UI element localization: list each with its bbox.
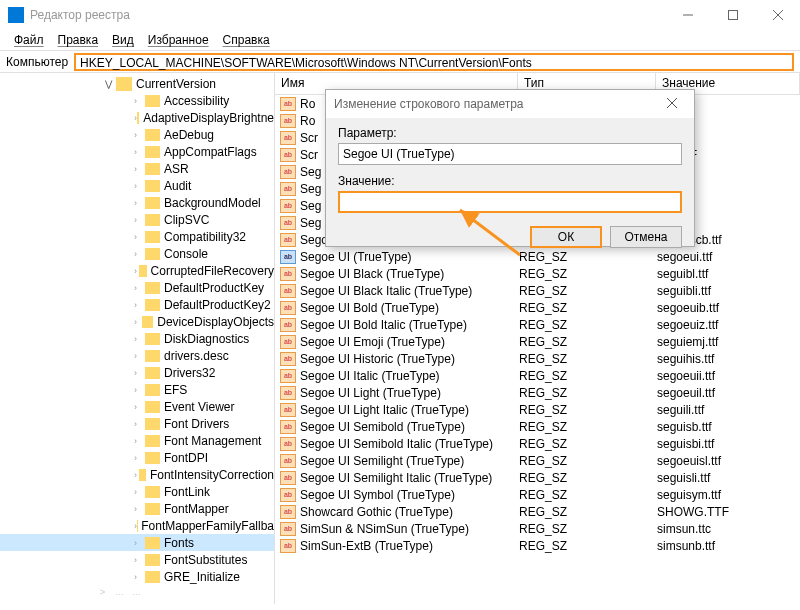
- tree-item[interactable]: ›FontMapper: [0, 500, 274, 517]
- maximize-button[interactable]: [710, 0, 755, 30]
- chevron-right-icon[interactable]: ›: [134, 385, 145, 395]
- minimize-button[interactable]: [665, 0, 710, 30]
- menu-favorites[interactable]: Избранное: [142, 32, 215, 48]
- menu-view[interactable]: Вид: [106, 32, 140, 48]
- tree-item[interactable]: ›FontMapperFamilyFallba: [0, 517, 274, 534]
- chevron-right-icon[interactable]: ›: [134, 572, 145, 582]
- chevron-right-icon[interactable]: ›: [134, 453, 145, 463]
- tree-item[interactable]: ›Audit: [0, 177, 274, 194]
- chevron-down-icon[interactable]: ⋁: [105, 79, 116, 89]
- chevron-right-icon[interactable]: ›: [134, 232, 145, 242]
- ok-button[interactable]: ОК: [530, 226, 602, 248]
- param-label: Параметр:: [338, 126, 682, 140]
- chevron-right-icon[interactable]: ›: [134, 368, 145, 378]
- chevron-right-icon[interactable]: ›: [134, 198, 145, 208]
- table-row[interactable]: abSimSun & NSimSun (TrueType)REG_SZsimsu…: [275, 520, 800, 537]
- value-input[interactable]: [338, 191, 682, 213]
- tree-item[interactable]: ›Event Viewer: [0, 398, 274, 415]
- chevron-right-icon[interactable]: ›: [134, 283, 145, 293]
- tree-item[interactable]: ›GRE_Initialize: [0, 568, 274, 585]
- table-row[interactable]: abSegoe UI Bold (TrueType)REG_SZsegoeuib…: [275, 299, 800, 316]
- menu-file[interactable]: Файл: [8, 32, 50, 48]
- menu-help[interactable]: Справка: [217, 32, 276, 48]
- tree-item[interactable]: ›AppCompatFlags: [0, 143, 274, 160]
- chevron-right-icon[interactable]: ›: [134, 181, 145, 191]
- tree-item[interactable]: ›CorruptedFileRecovery: [0, 262, 274, 279]
- chevron-right-icon[interactable]: ›: [134, 351, 145, 361]
- chevron-right-icon[interactable]: ›: [134, 419, 145, 429]
- table-row[interactable]: abSegoe UI Italic (TrueType)REG_SZsegoeu…: [275, 367, 800, 384]
- table-row[interactable]: abSegoe UI Semilight (TrueType)REG_SZseg…: [275, 452, 800, 469]
- close-button[interactable]: [755, 0, 800, 30]
- tree-panel[interactable]: ⋁ CurrentVersion ›Accessibility›Adaptive…: [0, 73, 275, 604]
- tree-item[interactable]: ›ClipSVC: [0, 211, 274, 228]
- table-row[interactable]: abShowcard Gothic (TrueType)REG_SZSHOWG.…: [275, 503, 800, 520]
- tree-item[interactable]: ›Drivers32: [0, 364, 274, 381]
- tree-item[interactable]: ›FontDPI: [0, 449, 274, 466]
- tree-item[interactable]: ›FontIntensityCorrection: [0, 466, 274, 483]
- table-row[interactable]: abSegoe UI Historic (TrueType)REG_SZsegu…: [275, 350, 800, 367]
- chevron-right-icon[interactable]: ›: [134, 555, 145, 565]
- string-value-icon: ab: [280, 148, 296, 162]
- folder-icon: [145, 180, 160, 192]
- cell-type: REG_SZ: [519, 522, 657, 536]
- cell-type: REG_SZ: [519, 386, 657, 400]
- tree-item[interactable]: ›DefaultProductKey: [0, 279, 274, 296]
- chevron-right-icon[interactable]: ›: [134, 96, 145, 106]
- tree-item[interactable]: ›DiskDiagnostics: [0, 330, 274, 347]
- tree-parent[interactable]: ⋁ CurrentVersion: [0, 75, 274, 92]
- chevron-right-icon[interactable]: ›: [134, 147, 145, 157]
- chevron-right-icon[interactable]: ›: [134, 317, 142, 327]
- chevron-right-icon[interactable]: ›: [134, 164, 145, 174]
- chevron-right-icon[interactable]: ›: [134, 249, 145, 259]
- folder-icon: [145, 418, 160, 430]
- table-row[interactable]: abSegoe UI Black (TrueType)REG_SZseguibl…: [275, 265, 800, 282]
- cell-value: seguibl.ttf: [657, 267, 800, 281]
- table-row[interactable]: abSegoe UI Semibold Italic (TrueType)REG…: [275, 435, 800, 452]
- table-row[interactable]: abSegoe UI Emoji (TrueType)REG_SZseguiem…: [275, 333, 800, 350]
- tree-item[interactable]: ›FontLink: [0, 483, 274, 500]
- table-row[interactable]: abSegoe UI Bold Italic (TrueType)REG_SZs…: [275, 316, 800, 333]
- tree-item-label: FontIntensityCorrection: [150, 468, 274, 482]
- table-row[interactable]: abSegoe UI Symbol (TrueType)REG_SZseguis…: [275, 486, 800, 503]
- tree-item[interactable]: ›Font Management: [0, 432, 274, 449]
- param-input[interactable]: [338, 143, 682, 165]
- tree-item[interactable]: ›Accessibility: [0, 92, 274, 109]
- chevron-right-icon[interactable]: ›: [134, 300, 145, 310]
- chevron-right-icon[interactable]: ›: [134, 402, 145, 412]
- chevron-right-icon[interactable]: ›: [134, 334, 145, 344]
- string-value-icon: ab: [280, 539, 296, 553]
- tree-item[interactable]: ›Compatibility32: [0, 228, 274, 245]
- table-row[interactable]: abSegoe UI Semibold (TrueType)REG_SZsegu…: [275, 418, 800, 435]
- table-row[interactable]: abSegoe UI Black Italic (TrueType)REG_SZ…: [275, 282, 800, 299]
- tree-item[interactable]: ›EFS: [0, 381, 274, 398]
- tree-item[interactable]: ›ASR: [0, 160, 274, 177]
- tree-item[interactable]: ›AeDebug: [0, 126, 274, 143]
- table-row[interactable]: abSegoe UI Light (TrueType)REG_SZsegoeui…: [275, 384, 800, 401]
- tree-item[interactable]: ›drivers.desc: [0, 347, 274, 364]
- chevron-right-icon[interactable]: ›: [134, 487, 145, 497]
- chevron-right-icon[interactable]: ›: [134, 215, 145, 225]
- tree-item[interactable]: ›FontSubstitutes: [0, 551, 274, 568]
- tree-item[interactable]: ›DefaultProductKey2: [0, 296, 274, 313]
- tree-item[interactable]: ›Console: [0, 245, 274, 262]
- menu-edit[interactable]: Правка: [52, 32, 105, 48]
- addressbar-path[interactable]: HKEY_LOCAL_MACHINE\SOFTWARE\Microsoft\Wi…: [74, 53, 794, 71]
- tree-item-label: Compatibility32: [164, 230, 246, 244]
- tree-item[interactable]: ›AdaptiveDisplayBrightne: [0, 109, 274, 126]
- chevron-right-icon[interactable]: ›: [134, 436, 145, 446]
- cancel-button[interactable]: Отмена: [610, 226, 682, 248]
- tree-item[interactable]: ›DeviceDisplayObjects: [0, 313, 274, 330]
- tree-item-label: DefaultProductKey: [164, 281, 264, 295]
- tree-item[interactable]: ›Fonts: [0, 534, 274, 551]
- dialog-titlebar[interactable]: Изменение строкового параметра: [326, 90, 694, 118]
- tree-item[interactable]: ›Font Drivers: [0, 415, 274, 432]
- dialog-close-button[interactable]: [658, 97, 686, 111]
- chevron-right-icon[interactable]: ›: [134, 538, 145, 548]
- table-row[interactable]: abSimSun-ExtB (TrueType)REG_SZsimsunb.tt…: [275, 537, 800, 554]
- chevron-right-icon[interactable]: ›: [134, 504, 145, 514]
- chevron-right-icon[interactable]: ›: [134, 130, 145, 140]
- table-row[interactable]: abSegoe UI Light Italic (TrueType)REG_SZ…: [275, 401, 800, 418]
- table-row[interactable]: abSegoe UI Semilight Italic (TrueType)RE…: [275, 469, 800, 486]
- tree-item[interactable]: ›BackgroundModel: [0, 194, 274, 211]
